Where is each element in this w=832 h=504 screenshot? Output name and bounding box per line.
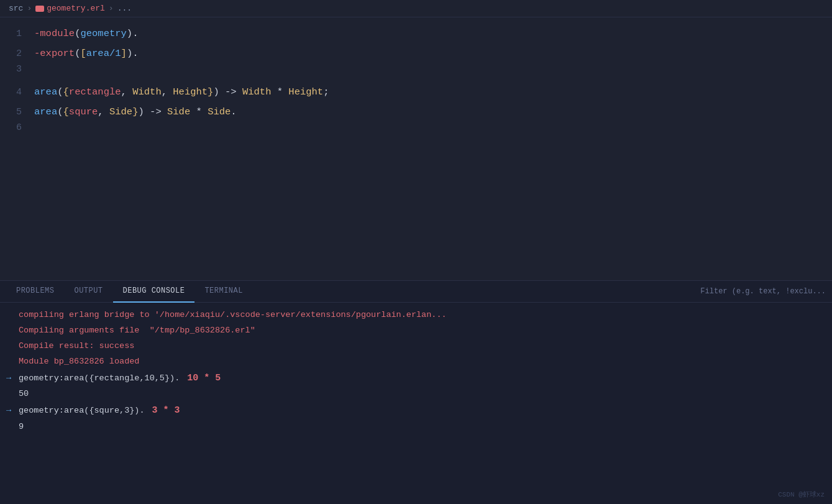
breadcrumb: src › geometry.erl › ... (0, 0, 832, 17)
panel-tabs: PROBLEMSOUTPUTDEBUG CONSOLETERMINALFilte… (0, 281, 832, 303)
code-line: 3 (0, 63, 832, 82)
syntax-token: Side (109, 106, 132, 117)
syntax-token: area (34, 86, 57, 98)
console-prompt-icon: → (6, 404, 19, 418)
code-line: 5area({squre, Side}) -> Side * Side. (0, 102, 832, 122)
syntax-token: } (132, 106, 138, 117)
syntax-token: - (34, 28, 40, 39)
code-line: 2-export([area/1]). (0, 44, 832, 63)
panel: PROBLEMSOUTPUTDEBUG CONSOLETERMINALFilte… (0, 280, 832, 504)
syntax-token: * (271, 86, 288, 98)
line-number: 5 (0, 107, 34, 117)
syntax-token: { (63, 106, 69, 117)
syntax-token: Width (242, 86, 272, 98)
console-line: → geometry:area({squre,3}).3 * 3 (6, 402, 832, 419)
console-text: Module bp_8632826 loaded (19, 355, 139, 369)
code-line: 4area({rectangle, Width, Height}) -> Wid… (0, 82, 832, 102)
console-text: geometry:area({rectangle,10,5}). (19, 372, 180, 386)
code-line: 1-module(geometry). (0, 24, 832, 44)
code-editor[interactable]: 1-module(geometry).2-export([area/1]).34… (0, 17, 832, 280)
breadcrumb-sep-1: › (27, 4, 32, 13)
syntax-token: Height (288, 86, 323, 98)
syntax-token: ) -> (139, 106, 168, 117)
syntax-token: ( (57, 86, 63, 98)
console-line: Module bp_8632826 loaded (6, 354, 832, 370)
line-number: 6 (0, 122, 34, 133)
syntax-token: area (34, 106, 57, 117)
syntax-token: rectangle (69, 86, 121, 98)
syntax-token: , (98, 106, 109, 117)
syntax-token: , (121, 86, 133, 98)
panel-tab-output[interactable]: OUTPUT (64, 281, 112, 303)
console-text: Compiling arguments file "/tmp/bp_863282… (19, 324, 255, 338)
console-text: Compile result: success (19, 339, 134, 354)
console-line: Compile result: success (6, 339, 832, 354)
syntax-token: squre (69, 106, 98, 117)
console-text: geometry:area({squre,3}). (19, 404, 145, 418)
panel-tab-terminal[interactable]: TERMINAL (194, 281, 252, 303)
breadcrumb-sep-2: › (109, 4, 114, 13)
syntax-token: ; (323, 86, 329, 98)
syntax-token: Height (173, 86, 208, 98)
syntax-token: ( (57, 106, 63, 117)
file-icon (35, 6, 44, 12)
console-annotation: 10 * 5 (187, 370, 221, 387)
syntax-token: Width (132, 86, 162, 98)
syntax-token: ] (121, 48, 127, 59)
console-line: 50 (6, 387, 832, 402)
syntax-token: module (40, 28, 75, 39)
console-text: 9 (19, 420, 24, 434)
syntax-token: - (34, 48, 40, 59)
line-content[interactable]: area({squre, Side}) -> Side * Side. (34, 103, 237, 121)
syntax-token: ) -> (213, 86, 242, 98)
console-line: → geometry:area({rectangle,10,5}).10 * 5 (6, 370, 832, 387)
syntax-token: ). (127, 48, 139, 59)
breadcrumb-ellipsis[interactable]: ... (117, 4, 132, 13)
panel-tab-problems[interactable]: PROBLEMS (6, 281, 64, 303)
line-number: 3 (0, 64, 34, 75)
console-text: 50 (19, 387, 29, 401)
syntax-token: [ (80, 48, 86, 59)
console-line: 9 (6, 419, 832, 435)
syntax-token: export (40, 48, 75, 59)
breadcrumb-src[interactable]: src (9, 4, 23, 13)
syntax-token: , (162, 86, 173, 98)
watermark: CSDN @虾球xz (778, 490, 825, 499)
line-content[interactable]: -export([area/1]). (34, 44, 138, 63)
line-number: 2 (0, 48, 34, 59)
console-text: compiling erlang bridge to '/home/xiaqiu… (19, 308, 447, 323)
line-content[interactable]: -module(geometry). (34, 24, 138, 43)
panel-filter[interactable]: Filter (e.g. text, !exclu... (700, 287, 826, 296)
panel-content[interactable]: compiling erlang bridge to '/home/xiaqiu… (0, 303, 832, 504)
console-line: compiling erlang bridge to '/home/xiaqiu… (6, 308, 832, 323)
syntax-token: . (231, 106, 236, 117)
line-number: 4 (0, 87, 34, 98)
syntax-token: area/1 (86, 48, 121, 59)
syntax-token: { (63, 86, 69, 98)
code-line: 6 (0, 122, 832, 140)
line-content[interactable]: area({rectangle, Width, Height}) -> Widt… (34, 83, 329, 101)
syntax-token: ). (127, 28, 139, 39)
syntax-token: Side (167, 106, 190, 117)
breadcrumb-file[interactable]: geometry.erl (35, 4, 105, 13)
panel-tab-debug-console[interactable]: DEBUG CONSOLE (113, 281, 195, 303)
syntax-token: * (190, 106, 208, 117)
syntax-token: geometry (80, 28, 126, 39)
console-line: Compiling arguments file "/tmp/bp_863282… (6, 323, 832, 339)
console-prompt-icon: → (6, 372, 19, 386)
console-annotation: 3 * 3 (152, 403, 180, 419)
line-number: 1 (0, 29, 34, 39)
syntax-token: Side (208, 106, 231, 117)
